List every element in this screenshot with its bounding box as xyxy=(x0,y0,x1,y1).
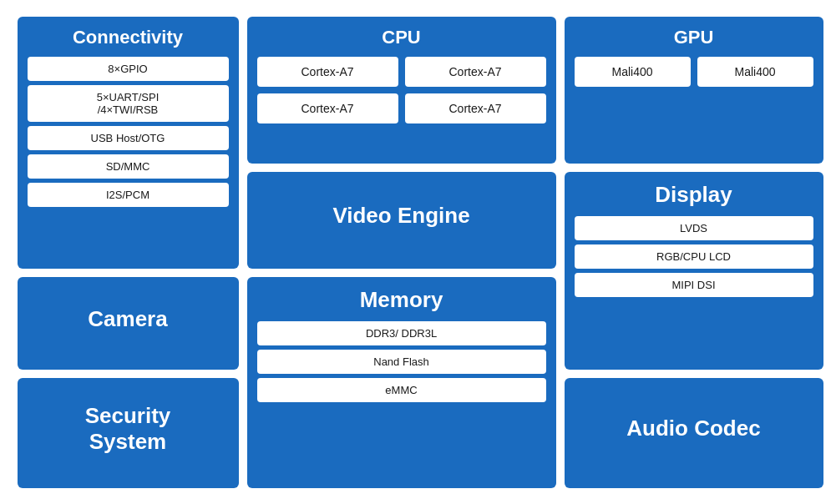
cpu-core-2: Cortex-A7 xyxy=(405,57,546,87)
connectivity-gpio: 8×GPIO xyxy=(28,57,229,81)
display-title: Display xyxy=(655,182,732,208)
display-lvds: LVDS xyxy=(575,216,813,240)
connectivity-block: Connectivity 8×GPIO 5×UART/SPI/4×TWI/RSB… xyxy=(18,17,239,270)
gpu-mali-2: Mali400 xyxy=(697,57,813,87)
connectivity-usb: USB Host/OTG xyxy=(28,126,229,150)
chip-diagram: Connectivity 8×GPIO 5×UART/SPI/4×TWI/RSB… xyxy=(9,8,828,496)
memory-block: Memory DDR3/ DDR3L Nand Flash eMMC xyxy=(247,277,556,488)
connectivity-title: Connectivity xyxy=(73,27,183,48)
memory-emmc: eMMC xyxy=(257,378,546,402)
cpu-title: CPU xyxy=(382,27,420,48)
cpu-core-4: Cortex-A7 xyxy=(405,93,546,123)
cpu-block: CPU Cortex-A7 Cortex-A7 Cortex-A7 Cortex… xyxy=(247,17,556,164)
gpu-block: GPU Mali400 Mali400 xyxy=(565,17,823,164)
cpu-core-3: Cortex-A7 xyxy=(257,93,398,123)
memory-title: Memory xyxy=(360,287,443,313)
video-engine-block: Video Engine xyxy=(247,172,556,269)
camera-block: Camera xyxy=(18,277,239,370)
security-system-title: SecuritySystem xyxy=(85,403,171,455)
display-mipi-dsi: MIPI DSI xyxy=(575,273,813,297)
connectivity-sd: SD/MMC xyxy=(28,154,229,179)
gpu-items-grid: Mali400 Mali400 xyxy=(575,57,813,87)
camera-title: Camera xyxy=(88,306,167,332)
gpu-mali-1: Mali400 xyxy=(575,57,691,87)
cpu-cores-grid: Cortex-A7 Cortex-A7 Cortex-A7 Cortex-A7 xyxy=(257,57,546,123)
display-block: Display LVDS RGB/CPU LCD MIPI DSI xyxy=(565,172,823,370)
cpu-core-1: Cortex-A7 xyxy=(257,57,398,87)
security-system-block: SecuritySystem xyxy=(18,378,239,487)
memory-ddr3: DDR3/ DDR3L xyxy=(257,321,546,345)
memory-nand-flash: Nand Flash xyxy=(257,350,546,374)
display-rgb-lcd: RGB/CPU LCD xyxy=(575,244,813,269)
gpu-title: GPU xyxy=(674,27,714,48)
connectivity-i2s: I2S/PCM xyxy=(28,183,229,207)
video-engine-title: Video Engine xyxy=(332,203,469,229)
audio-codec-title: Audio Codec xyxy=(626,416,760,441)
connectivity-uart: 5×UART/SPI/4×TWI/RSB xyxy=(28,85,229,122)
audio-codec-block: Audio Codec xyxy=(565,378,823,487)
